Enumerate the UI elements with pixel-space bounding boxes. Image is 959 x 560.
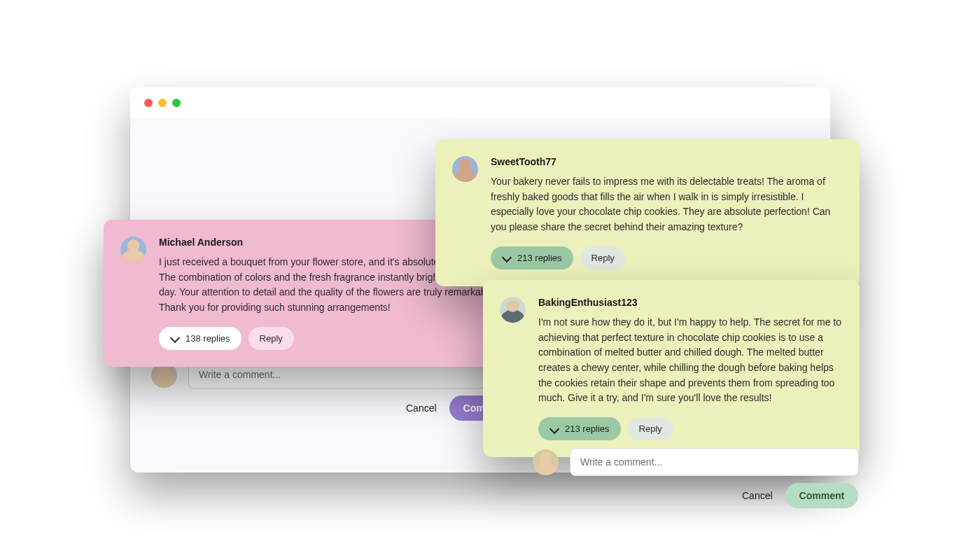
avatar	[452, 156, 478, 182]
avatar	[533, 449, 559, 475]
reply-button[interactable]: Reply	[628, 417, 673, 440]
chevron-down-icon	[502, 253, 512, 262]
comment-card: SweetTooth77 Your bakery never fails to …	[435, 139, 860, 286]
window-minimize-dot[interactable]	[158, 99, 167, 107]
comment-username: SweetTooth77	[491, 156, 843, 167]
comment-username: BakingEnthusiast123	[538, 297, 843, 308]
comment-button[interactable]: Comment	[785, 483, 859, 508]
cancel-button[interactable]: Cancel	[742, 490, 773, 501]
reply-label: Reply	[260, 333, 283, 344]
replies-button[interactable]: 138 replies	[159, 327, 241, 350]
comment-card: BakingEnthusiast123 I'm not sure how the…	[483, 280, 860, 457]
replies-button[interactable]: 213 replies	[538, 417, 621, 440]
comment-composer: Write a comment...	[533, 448, 859, 476]
comment-placeholder: Write a comment...	[199, 369, 281, 380]
reply-label: Reply	[592, 253, 615, 263]
window-close-dot[interactable]	[144, 99, 153, 107]
comment-actions: 213 replies Reply	[538, 417, 843, 440]
reply-label: Reply	[639, 424, 662, 434]
comment-actions: 138 replies Reply	[159, 327, 511, 350]
reply-button[interactable]: Reply	[248, 327, 294, 350]
replies-button[interactable]: 213 replies	[491, 246, 573, 270]
comment-body: I'm not sure how they do it, but I'm hap…	[538, 315, 843, 406]
chevron-down-icon	[550, 424, 559, 434]
cancel-button[interactable]: Cancel	[406, 402, 437, 414]
comment-placeholder: Write a comment...	[580, 456, 662, 468]
window-titlebar	[130, 88, 830, 118]
comment-actions: 213 replies Reply	[491, 246, 843, 270]
avatar	[500, 297, 526, 323]
comment-input[interactable]: Write a comment...	[570, 448, 859, 476]
avatar	[120, 237, 146, 262]
replies-count: 213 replies	[565, 424, 610, 434]
replies-count: 213 replies	[517, 253, 562, 263]
reply-button[interactable]: Reply	[580, 246, 626, 270]
window-maximize-dot[interactable]	[172, 99, 181, 107]
comment-body: Your bakery never fails to impress me wi…	[491, 174, 843, 235]
chevron-down-icon	[170, 333, 180, 343]
composer-actions: Cancel Comment	[742, 483, 858, 508]
replies-count: 138 replies	[186, 333, 230, 344]
